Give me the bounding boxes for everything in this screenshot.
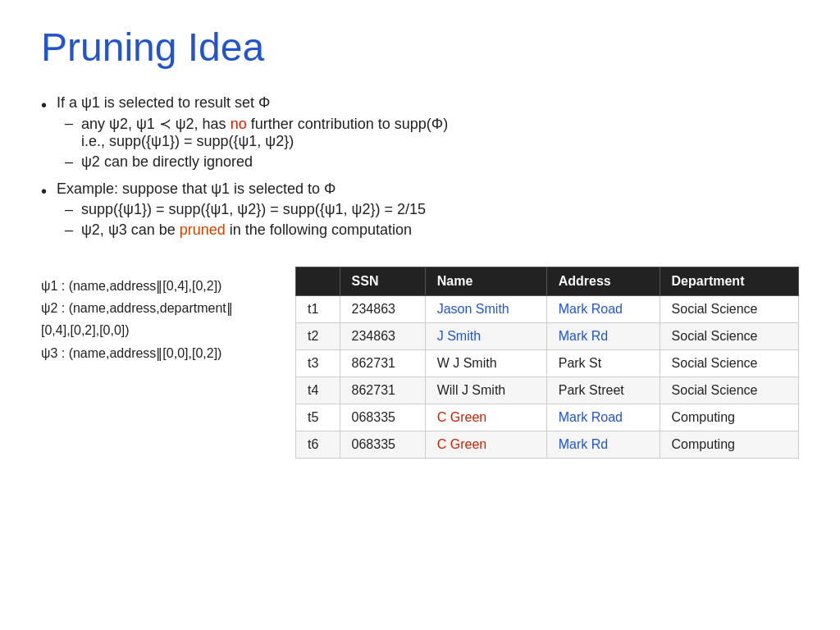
col-department: Department — [660, 267, 798, 296]
header-row: SSN Name Address Department — [296, 267, 799, 296]
table-row: t5068335C GreenMark RoadComputing — [296, 404, 799, 431]
cell-name: Will J Smith — [425, 377, 546, 404]
annotation-psi1: ψ1 : (name,address‖[0,4],[0,2]) — [41, 275, 271, 297]
cell-id: t6 — [296, 431, 340, 459]
cell-id: t5 — [296, 404, 340, 431]
bullet-dot-1: • — [41, 96, 47, 174]
annotation-psi2-line2: [0,4],[0,2],[0,0]) — [41, 319, 271, 341]
sub-2-1-text: supp({ψ1}) = supp({ψ1, ψ2}) = supp({ψ1, … — [81, 201, 426, 218]
cell-id: t4 — [296, 377, 340, 404]
bottom-section: ψ1 : (name,address‖[0,4],[0,2]) ψ2 : (na… — [41, 267, 799, 459]
annotations: ψ1 : (name,address‖[0,4],[0,2]) ψ2 : (na… — [41, 267, 271, 364]
cell-department: Social Science — [660, 350, 798, 377]
cell-address: Mark Road — [546, 296, 660, 323]
bullet-list: • If a ψ1 is selected to result set Φ – … — [41, 94, 799, 249]
table-header: SSN Name Address Department — [296, 267, 799, 296]
cell-name: J Smith — [425, 323, 546, 350]
sub-list-1: – any ψ2, ψ1 ≺ ψ2, has no further contri… — [57, 115, 448, 171]
data-table-wrapper: SSN Name Address Department t1234863Jaso… — [295, 267, 799, 459]
cell-id: t2 — [296, 323, 340, 350]
cell-name: Jason Smith — [425, 296, 546, 323]
cell-address: Park St — [546, 350, 660, 377]
cell-address: Mark Rd — [546, 431, 660, 459]
table-body: t1234863Jason SmithMark RoadSocial Scien… — [296, 296, 799, 459]
annotation-psi2-line1: ψ2 : (name,address,department‖ — [41, 297, 271, 319]
cell-ssn: 068335 — [340, 404, 425, 431]
cell-department: Social Science — [660, 377, 798, 404]
sub-2-2-prefix: ψ2, ψ3 can be — [81, 221, 180, 238]
data-table: SSN Name Address Department t1234863Jaso… — [295, 267, 799, 459]
bullet-2-text: Example: suppose that ψ1 is selected to … — [57, 180, 336, 197]
cell-ssn: 862731 — [340, 377, 425, 404]
bullet-2-content: Example: suppose that ψ1 is selected to … — [57, 180, 426, 242]
cell-department: Social Science — [660, 296, 798, 323]
sub-1-1-suffix: further contribution to supp(Φ) — [247, 116, 448, 132]
col-ssn: SSN — [340, 267, 425, 296]
bullet-1-content: If a ψ1 is selected to result set Φ – an… — [57, 94, 448, 174]
bullet-dot-2: • — [41, 182, 47, 242]
bullet-item-1: • If a ψ1 is selected to result set Φ – … — [41, 94, 799, 174]
cell-name: C Green — [425, 431, 546, 459]
sub-2-2-highlight: pruned — [180, 221, 226, 238]
main-content: • If a ψ1 is selected to result set Φ – … — [41, 94, 799, 459]
cell-address: Mark Rd — [546, 323, 660, 350]
table-row: t6068335C GreenMark RdComputing — [296, 431, 799, 459]
col-address: Address — [546, 267, 660, 296]
bullet-1-text: If a ψ1 is selected to result set Φ — [57, 94, 270, 111]
sub-2-2-content: ψ2, ψ3 can be pruned in the following co… — [81, 221, 412, 239]
bullet-item-2: • Example: suppose that ψ1 is selected t… — [41, 180, 799, 242]
cell-name: C Green — [425, 404, 546, 431]
cell-id: t1 — [296, 296, 340, 323]
col-id — [296, 267, 340, 296]
dash-1: – — [65, 115, 73, 150]
cell-name: W J Smith — [425, 350, 546, 377]
cell-ssn: 234863 — [340, 323, 425, 350]
col-name: Name — [425, 267, 546, 296]
table-row: t4862731Will J SmithPark StreetSocial Sc… — [296, 377, 799, 404]
dash-4: – — [65, 221, 73, 239]
cell-address: Park Street — [546, 377, 660, 404]
cell-ssn: 234863 — [340, 296, 425, 323]
dash-3: – — [65, 201, 73, 218]
cell-department: Social Science — [660, 323, 798, 350]
cell-address: Mark Road — [546, 404, 660, 431]
page-title: Pruning Idea — [41, 25, 799, 70]
cell-ssn: 068335 — [340, 431, 425, 459]
sub-1-1-prefix: any ψ2, ψ1 ≺ ψ2, has — [81, 116, 231, 132]
sub-1-1-highlight: no — [231, 116, 247, 132]
sub-item-2-1: – supp({ψ1}) = supp({ψ1, ψ2}) = supp({ψ1… — [57, 201, 426, 218]
cell-department: Computing — [660, 431, 798, 459]
sub-2-2-suffix: in the following computation — [226, 221, 412, 238]
cell-id: t3 — [296, 350, 340, 377]
cell-ssn: 862731 — [340, 350, 425, 377]
sub-list-2: – supp({ψ1}) = supp({ψ1, ψ2}) = supp({ψ1… — [57, 201, 426, 239]
table-row: t3862731W J SmithPark StSocial Science — [296, 350, 799, 377]
table-row: t2234863J SmithMark RdSocial Science — [296, 323, 799, 350]
sub-item-1-1: – any ψ2, ψ1 ≺ ψ2, has no further contri… — [57, 115, 448, 150]
annotation-psi3: ψ3 : (name,address‖[0,0],[0,2]) — [41, 342, 271, 364]
sub-1-1-line2: i.e., supp({ψ1}) = supp({ψ1, ψ2}) — [81, 133, 294, 149]
sub-1-1-content: any ψ2, ψ1 ≺ ψ2, has no further contribu… — [81, 115, 448, 150]
sub-item-1-2: – ψ2 can be directly ignored — [57, 153, 448, 171]
sub-1-2-text: ψ2 can be directly ignored — [81, 153, 253, 171]
cell-department: Computing — [660, 404, 798, 431]
dash-2: – — [65, 153, 73, 171]
sub-item-2-2: – ψ2, ψ3 can be pruned in the following … — [57, 221, 426, 239]
table-row: t1234863Jason SmithMark RoadSocial Scien… — [296, 296, 799, 323]
